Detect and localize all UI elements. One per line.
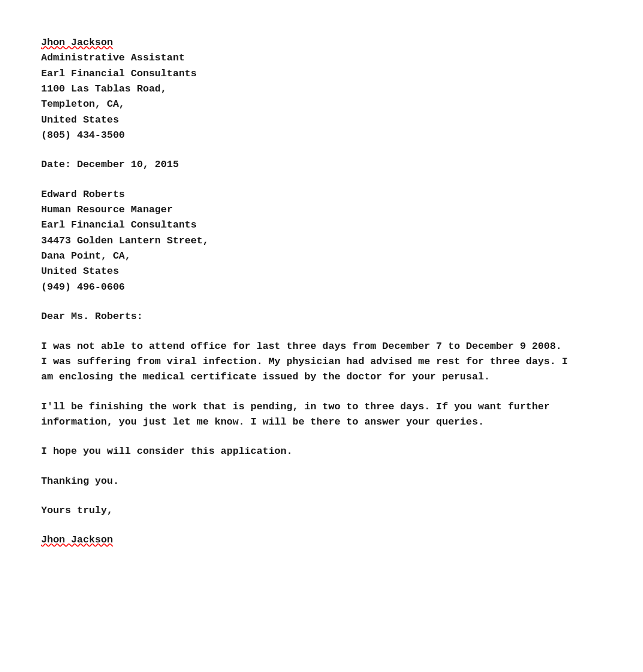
signature-underlined: Jhon Jackson [41, 534, 113, 545]
closing-yours-block: Yours truly, [41, 503, 569, 518]
body-paragraph-2: I'll be finishing the work that is pendi… [41, 399, 569, 430]
sender-address3: United States [41, 113, 569, 128]
closing-block: Thanking you. [41, 474, 569, 489]
sender-address2: Templeton, CA, [41, 97, 569, 112]
sender-phone: (805) 434-3500 [41, 128, 569, 143]
recipient-name: Edward Roberts [41, 187, 569, 202]
letter-date: Date: December 10, 2015 [41, 157, 569, 172]
signature-block: Jhon Jackson [41, 532, 569, 548]
salutation-block: Dear Ms. Roberts: [41, 309, 569, 324]
recipient-address2: Dana Point, CA, [41, 249, 569, 264]
signature: Jhon Jackson [41, 532, 569, 548]
date-block: Date: December 10, 2015 [41, 157, 569, 172]
recipient-company: Earl Financial Consultants [41, 218, 569, 233]
body-block: I was not able to attend office for last… [41, 339, 569, 460]
sender-block: Jhon Jackson Administrative Assistant Ea… [41, 35, 569, 143]
recipient-address3: United States [41, 264, 569, 279]
sender-name-underlined: Jhon Jackson [41, 37, 113, 48]
recipient-block: Edward Roberts Human Resource Manager Ea… [41, 187, 569, 295]
body-paragraph-1: I was not able to attend office for last… [41, 339, 569, 385]
salutation: Dear Ms. Roberts: [41, 309, 569, 324]
sender-name: Jhon Jackson [41, 35, 569, 50]
closing-thanking: Thanking you. [41, 474, 569, 489]
closing-yours: Yours truly, [41, 503, 569, 518]
recipient-address1: 34473 Golden Lantern Street, [41, 233, 569, 249]
recipient-phone: (949) 496-0606 [41, 280, 569, 295]
letter-container: Jhon Jackson Administrative Assistant Ea… [41, 35, 569, 548]
sender-company: Earl Financial Consultants [41, 66, 569, 82]
body-paragraph-3: I hope you will consider this applicatio… [41, 444, 569, 459]
sender-address1: 1100 Las Tablas Road, [41, 82, 569, 97]
recipient-title: Human Resource Manager [41, 202, 569, 218]
sender-title: Administrative Assistant [41, 50, 569, 66]
